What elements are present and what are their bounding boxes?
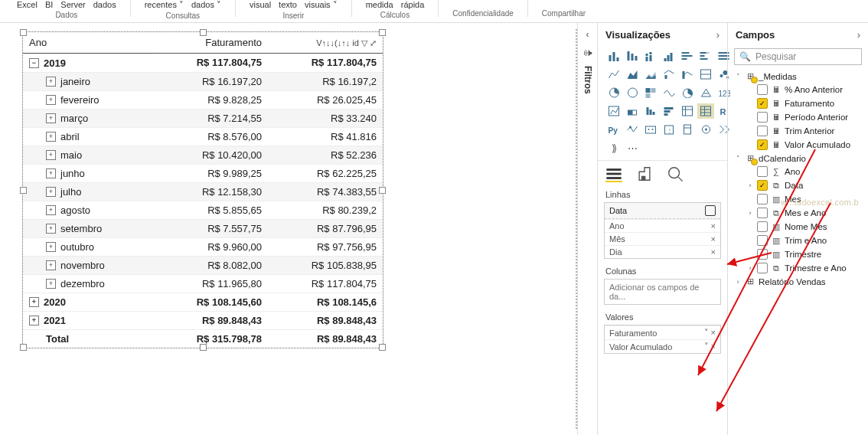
columns-well[interactable]: Adicionar os campos de da... <box>604 279 721 305</box>
viz-type-icon[interactable] <box>697 67 714 82</box>
remove-icon[interactable]: ˅ × <box>704 328 716 338</box>
ribbon-item[interactable]: visual <box>250 0 271 9</box>
viz-type-icon[interactable] <box>642 103 659 119</box>
fields-search[interactable]: 🔍 Pesquisar <box>734 48 862 65</box>
viz-type-icon[interactable] <box>642 122 659 137</box>
report-canvas[interactable]: Ano Faturamento V↑↓↓(↓↑↓ id ▽ ⤢ −2019R$ … <box>0 23 577 435</box>
chevron-right-icon[interactable]: › <box>716 29 720 41</box>
viz-type-icon[interactable] <box>624 103 641 119</box>
viz-type-icon[interactable]: ⋮ <box>661 122 677 137</box>
field-checkbox[interactable] <box>757 180 768 191</box>
well-child[interactable]: Dia <box>609 247 622 257</box>
tab-analytics-icon[interactable] <box>667 167 684 181</box>
ribbon-item[interactable]: Excel <box>17 0 38 9</box>
resize-handle[interactable] <box>379 344 386 351</box>
month-label[interactable]: dezembro <box>60 278 105 289</box>
ribbon-item[interactable]: Server <box>60 0 85 9</box>
expand-icon[interactable]: + <box>46 77 56 87</box>
resize-handle[interactable] <box>200 344 207 351</box>
viz-type-icon[interactable] <box>661 103 677 119</box>
resize-handle[interactable] <box>20 344 27 351</box>
values-well[interactable]: Faturamento˅ × Valor Acumulado˅ × <box>604 325 721 354</box>
remove-icon[interactable]: × <box>711 234 716 244</box>
ribbon-item[interactable]: rápida <box>401 0 425 9</box>
expand-icon[interactable]: + <box>29 316 39 325</box>
viz-type-icon[interactable] <box>605 67 622 82</box>
fields-table[interactable]: ˅ ⊞ _Medidas <box>734 70 863 83</box>
viz-type-icon[interactable] <box>697 103 714 119</box>
rows-well[interactable]: Data Ano× Mês× Dia× <box>604 202 721 259</box>
field-item[interactable]: 🖩 Período Anterior <box>746 110 863 124</box>
field-checkbox[interactable] <box>757 194 768 204</box>
month-label[interactable]: janeiro <box>60 76 90 87</box>
expand-icon[interactable]: + <box>46 187 56 197</box>
month-label[interactable]: abril <box>60 131 80 142</box>
field-item[interactable]: ▥ Trimestre <box>746 247 863 261</box>
viz-more-icon[interactable]: ⋯ <box>624 140 641 155</box>
month-label[interactable]: maio <box>60 149 82 161</box>
remove-icon[interactable]: ˅ × <box>704 342 716 352</box>
resize-handle[interactable] <box>379 187 386 194</box>
field-checkbox[interactable] <box>757 139 768 150</box>
field-checkbox[interactable] <box>757 84 768 95</box>
expand-icon[interactable]: + <box>46 168 56 178</box>
field-item[interactable]: ▥ Nome Mes <box>746 220 863 234</box>
expand-icon[interactable]: + <box>46 132 56 142</box>
ribbon-item[interactable]: dados ˅ <box>191 0 221 10</box>
viz-type-icon[interactable]: Py <box>605 122 622 137</box>
resize-handle[interactable] <box>20 187 27 194</box>
month-label[interactable]: junho <box>60 168 85 179</box>
field-item[interactable]: ∑ Ano <box>746 165 863 178</box>
ribbon-item[interactable]: texto <box>279 0 297 9</box>
field-item[interactable]: ▥ Mes <box>746 192 863 206</box>
matrix-header-acumulado[interactable]: V↑↓↓(↓↑↓ id ▽ ⤢ <box>268 32 383 54</box>
fields-table[interactable]: › ⊞ Relatório Vendas <box>734 275 863 288</box>
month-label[interactable]: fevereiro <box>60 94 100 106</box>
viz-type-icon[interactable] <box>605 103 622 119</box>
viz-type-icon[interactable] <box>624 48 641 64</box>
well-child[interactable]: Ano <box>609 221 625 231</box>
viz-type-icon[interactable] <box>679 67 696 82</box>
matrix-visual[interactable]: Ano Faturamento V↑↓↓(↓↑↓ id ▽ ⤢ −2019R$ … <box>23 32 383 348</box>
field-checkbox[interactable] <box>757 221 768 232</box>
field-checkbox[interactable] <box>757 263 768 273</box>
expand-icon[interactable]: + <box>46 205 56 215</box>
chevron-left-icon[interactable]: ‹ <box>586 29 589 40</box>
well-value[interactable]: Valor Acumulado <box>609 342 672 352</box>
remove-icon[interactable]: × <box>711 247 716 257</box>
expand-icon[interactable]: + <box>46 150 56 160</box>
year-label[interactable]: 2019 <box>44 57 66 69</box>
well-collapse-icon[interactable] <box>705 205 716 216</box>
viz-type-icon[interactable] <box>624 85 641 100</box>
viz-type-icon[interactable] <box>679 85 696 100</box>
expand-icon[interactable]: + <box>46 95 56 105</box>
field-checkbox[interactable] <box>757 112 768 123</box>
viz-type-icon[interactable] <box>605 85 622 100</box>
viz-type-icon[interactable] <box>605 48 622 64</box>
field-checkbox[interactable] <box>757 126 768 136</box>
month-label[interactable]: julho <box>60 186 81 198</box>
tab-fields-icon[interactable] <box>605 167 622 182</box>
year-label[interactable]: 2021 <box>44 315 66 326</box>
month-label[interactable]: outubro <box>60 241 94 253</box>
field-item[interactable]: 🖩 Valor Acumulado <box>746 138 863 152</box>
expand-icon[interactable]: + <box>46 224 56 234</box>
well-child[interactable]: Mês <box>609 234 625 244</box>
ribbon-item[interactable]: medida <box>366 0 393 9</box>
month-label[interactable]: novembro <box>60 260 105 271</box>
ribbon-item[interactable]: visuais ˅ <box>305 0 338 10</box>
viz-type-icon[interactable] <box>679 103 696 119</box>
expand-icon[interactable]: + <box>46 279 56 289</box>
tab-format-icon[interactable] <box>636 167 653 181</box>
expand-icon[interactable]: + <box>46 242 56 252</box>
field-item[interactable]: 🖩 Trim Anterior <box>746 124 863 138</box>
year-label[interactable]: 2020 <box>44 296 66 308</box>
field-checkbox[interactable] <box>757 249 768 260</box>
field-item[interactable]: 🖩 % Ano Anterior <box>746 83 863 96</box>
month-label[interactable]: março <box>60 113 88 124</box>
field-item[interactable]: › ⧉ Trimestre e Ano <box>746 261 863 275</box>
filters-pane-collapsed[interactable]: ‹ 🕪 Filtros <box>577 23 597 435</box>
matrix-header-faturamento[interactable]: Faturamento <box>153 32 268 54</box>
matrix-header-ano[interactable]: Ano <box>23 32 153 54</box>
field-item[interactable]: ▥ Trim e Ano <box>746 234 863 247</box>
